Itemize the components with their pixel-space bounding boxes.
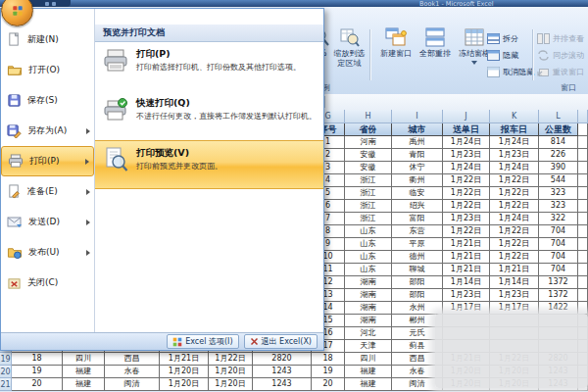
cell[interactable]: 1月24日 [443, 136, 490, 149]
cell[interactable]: 山东 [345, 225, 392, 238]
cell[interactable]: 安徽 [345, 162, 392, 174]
cell[interactable] [578, 213, 588, 225]
menu-item-publish[interactable]: 发布(U) [1, 237, 94, 268]
cell[interactable]: 1月24日 [490, 213, 539, 225]
col-header[interactable]: H [345, 110, 392, 123]
cell[interactable]: 湖南 [345, 276, 392, 289]
cell[interactable]: 19 [12, 366, 63, 378]
submenu-item-print-preview[interactable]: 打印预览(V) 打印前预览并更改页面。 [95, 140, 323, 189]
cell[interactable]: 湖南 [345, 302, 392, 315]
cell[interactable]: 1月23日 [490, 289, 539, 302]
cell[interactable]: 704 [539, 238, 578, 251]
cell[interactable]: 福建 [63, 366, 105, 378]
row-header[interactable]: 20 [0, 366, 12, 378]
table-header-cell[interactable]: 城市 [392, 123, 443, 136]
cell[interactable]: 闽清 [105, 378, 160, 391]
submenu-item-print[interactable]: 打印(P) 打印前选择打印机、打印份数及其他打印选项。 [95, 42, 323, 91]
cell[interactable] [578, 276, 588, 289]
cell[interactable]: 20 [12, 378, 63, 391]
cell[interactable]: 1月22日 [443, 225, 490, 238]
cell[interactable]: 衢州 [392, 174, 443, 187]
menu-item-prepare[interactable]: 准备(E) [1, 176, 94, 207]
table-header-cell[interactable]: 公里数 [539, 123, 578, 136]
cell[interactable]: 544 [539, 174, 578, 187]
cell[interactable] [578, 187, 588, 200]
cell[interactable]: 1月24日 [490, 162, 539, 174]
col-header[interactable] [578, 110, 588, 123]
cell[interactable]: 1243 [253, 366, 312, 378]
menu-item-open[interactable]: 打开(O) [1, 55, 94, 85]
menu-item-close[interactable]: 关闭(C) [1, 268, 94, 298]
cell[interactable]: 1月21日 [443, 238, 490, 251]
cell[interactable]: 1372 [539, 276, 578, 289]
cell[interactable]: 富阳 [392, 213, 443, 225]
cell[interactable]: 390 [539, 162, 578, 174]
cell[interactable] [578, 162, 588, 174]
cell[interactable] [578, 225, 588, 238]
cell[interactable]: 四川 [63, 353, 105, 366]
cell[interactable]: 1月20日 [160, 366, 209, 378]
cell[interactable]: 福建 [63, 378, 105, 391]
cell[interactable]: 1月22日 [443, 174, 490, 187]
cell[interactable]: 浙江 [345, 213, 392, 225]
cell[interactable]: 福建 [345, 366, 392, 378]
cell[interactable]: 1月20日 [209, 366, 253, 378]
cell[interactable]: 湖南 [345, 315, 392, 327]
cell[interactable]: 山东 [345, 238, 392, 251]
cell[interactable] [578, 123, 588, 136]
row-header[interactable]: 19 [0, 353, 12, 366]
cell[interactable]: 邵阳 [392, 289, 443, 302]
cell[interactable]: 聊城 [392, 264, 443, 276]
cell[interactable] [578, 251, 588, 264]
cell[interactable]: 18 [12, 353, 63, 366]
cell[interactable]: 永州 [392, 302, 443, 315]
table-header-cell[interactable]: 报车日 [490, 123, 539, 136]
cell[interactable] [578, 149, 588, 162]
col-header[interactable]: K [490, 110, 539, 123]
cell[interactable]: 休宁 [392, 162, 443, 174]
cell[interactable]: 19 [312, 366, 345, 378]
cell[interactable]: 临安 [392, 187, 443, 200]
cell[interactable]: 1372 [539, 289, 578, 302]
cell[interactable]: 山东 [345, 251, 392, 264]
cell[interactable]: 323 [539, 200, 578, 213]
cell[interactable]: 1月23日 [443, 289, 490, 302]
cell[interactable]: 1月23日 [490, 149, 539, 162]
cell[interactable]: 323 [539, 187, 578, 200]
cell[interactable] [578, 200, 588, 213]
exit-excel-button[interactable]: 退出 Excel(X) [244, 334, 318, 349]
cell[interactable]: 1月22日 [490, 174, 539, 187]
menu-item-save[interactable]: 保存(S) [1, 85, 94, 116]
cell[interactable]: 1月22日 [490, 187, 539, 200]
cell[interactable]: 1月14日 [443, 276, 490, 289]
cell[interactable]: 20 [312, 378, 345, 391]
cell[interactable]: 1月21日 [443, 264, 490, 276]
cell[interactable]: 1月22日 [209, 353, 253, 366]
cell[interactable]: 东营 [392, 225, 443, 238]
cell[interactable]: 1月21日 [160, 353, 209, 366]
cell[interactable]: 1月20日 [160, 378, 209, 391]
cell[interactable]: 1月22日 [490, 225, 539, 238]
cell[interactable]: 浙江 [345, 200, 392, 213]
col-header[interactable]: I [392, 110, 443, 123]
cell[interactable]: 邵阳 [392, 276, 443, 289]
cell[interactable]: 德州 [392, 251, 443, 264]
cell[interactable]: 绍兴 [392, 200, 443, 213]
cell[interactable]: 704 [539, 225, 578, 238]
cell[interactable]: 814 [539, 136, 578, 149]
col-header[interactable]: J [443, 110, 490, 123]
cell[interactable]: 1243 [253, 378, 312, 391]
cell[interactable]: 山东 [345, 264, 392, 276]
cell[interactable]: 平原 [392, 238, 443, 251]
menu-item-send[interactable]: 发送(D) [1, 207, 94, 237]
cell[interactable]: 浙江 [345, 174, 392, 187]
cell[interactable]: 322 [539, 213, 578, 225]
cell[interactable]: 青阳 [392, 149, 443, 162]
table-header-cell[interactable]: 送单日 [443, 123, 490, 136]
cell[interactable]: 浙江 [345, 187, 392, 200]
table-header-cell[interactable]: 省份 [345, 123, 392, 136]
menu-item-new[interactable]: 新建(N) [1, 24, 94, 55]
cell[interactable] [578, 136, 588, 149]
cell[interactable]: 1月23日 [443, 149, 490, 162]
menu-item-save-as[interactable]: 另存为(A) [1, 116, 94, 146]
